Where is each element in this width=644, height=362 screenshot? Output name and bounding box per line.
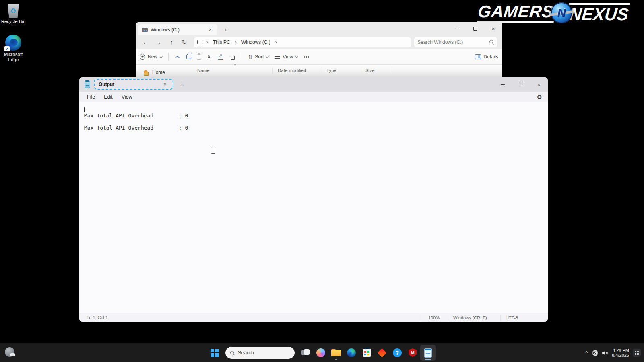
help-icon: ? — [393, 348, 402, 357]
maximize-button[interactable] — [466, 22, 484, 35]
new-tab-button[interactable]: + — [178, 80, 186, 88]
chevron-right-icon: › — [234, 39, 237, 45]
maximize-icon — [519, 83, 522, 86]
sort-ascending-icon: ^ — [234, 63, 236, 67]
breadcrumb[interactable]: › This PC › Windows (C:) › — [194, 37, 411, 47]
details-toggle-button[interactable]: Details — [475, 54, 498, 60]
column-divider[interactable] — [361, 67, 361, 74]
forward-button[interactable]: → — [153, 37, 164, 47]
menu-edit[interactable]: Edit — [99, 94, 117, 100]
notification-area-icon[interactable] — [633, 349, 641, 357]
running-indicator — [335, 359, 337, 360]
notepad-text-area[interactable]: Max Total API Overhead : 0 Max Total API… — [79, 102, 548, 313]
sort-icon: ⇅ — [248, 54, 252, 60]
toolbar-divider — [168, 53, 169, 61]
shortcut-arrow-icon: ↗ — [4, 46, 10, 51]
delete-button[interactable] — [230, 54, 235, 60]
hidden-icons-chevron[interactable]: ^ — [584, 350, 589, 356]
breadcrumb-windows-c[interactable]: Windows (C:) — [240, 39, 272, 45]
text-line: Max Total API Overhead : 0 — [84, 125, 548, 131]
desktop-icon-label: Microsoft Edge — [1, 52, 26, 62]
store-icon — [363, 349, 371, 357]
menu-file[interactable]: File — [83, 94, 99, 100]
close-button[interactable]: × — [484, 22, 502, 35]
running-indicator-active — [425, 359, 431, 360]
notepad-button[interactable] — [420, 345, 436, 361]
explorer-tab-title: Windows (C:) — [151, 27, 204, 33]
notepad-app-icon — [85, 81, 90, 88]
new-button[interactable]: + New — [140, 54, 162, 60]
minimize-icon — [501, 84, 505, 85]
explorer-search-input[interactable] — [417, 39, 489, 45]
desktop-icon-recycle-bin[interactable]: ♻ Recycle Bin — [1, 3, 26, 24]
column-divider[interactable] — [322, 67, 322, 74]
desktop-icon-microsoft-edge[interactable]: ↗ Microsoft Edge — [1, 35, 26, 62]
column-header-name[interactable]: Name — [197, 68, 210, 73]
copilot-icon — [316, 348, 325, 357]
chevron-down-icon — [295, 55, 298, 58]
view-icon — [275, 55, 280, 59]
amd-software-button[interactable] — [374, 345, 390, 361]
taskbar-search-box[interactable] — [225, 347, 295, 359]
taskbar: ? M ^ 4:26 PM 8/4/2025 — [0, 343, 644, 362]
task-view-icon — [301, 349, 310, 356]
text-line — [84, 107, 548, 113]
share-button[interactable] — [218, 54, 223, 60]
task-view-button[interactable] — [298, 345, 313, 361]
maximize-button[interactable] — [512, 77, 530, 92]
explorer-search-box[interactable] — [414, 37, 497, 47]
column-header-size[interactable]: Size — [365, 68, 374, 73]
microsoft-store-button[interactable] — [359, 345, 374, 361]
chevron-down-icon — [266, 55, 269, 58]
column-divider[interactable] — [272, 67, 273, 74]
breadcrumb-this-pc[interactable]: This PC — [211, 39, 232, 45]
new-tab-button[interactable]: + — [222, 26, 230, 34]
notepad-menu-bar: File Edit View ⚙ — [79, 92, 548, 102]
edge-icon: ↗ — [5, 35, 21, 51]
tab-close-button[interactable]: × — [206, 26, 214, 33]
notepad-tab-output[interactable]: Output × — [94, 79, 173, 90]
back-button[interactable]: ← — [140, 37, 151, 47]
menu-view[interactable]: View — [117, 94, 137, 100]
status-cursor-position: Ln 1, Col 1 — [87, 315, 108, 320]
minimize-button[interactable] — [493, 77, 512, 92]
column-divider[interactable] — [392, 67, 392, 74]
edge-button[interactable] — [344, 345, 359, 361]
search-icon — [489, 40, 494, 44]
widgets-weather-button[interactable] — [5, 347, 16, 358]
chevron-down-icon — [160, 55, 163, 58]
tray-date: 8/4/2025 — [612, 353, 629, 358]
more-options-button[interactable]: ••• — [304, 55, 310, 59]
ibeam-cursor — [211, 148, 215, 154]
settings-gear-icon[interactable]: ⚙ — [535, 93, 544, 101]
copy-button[interactable] — [186, 54, 190, 59]
column-header-date-modified[interactable]: Date modified — [278, 68, 306, 73]
new-label: New — [148, 54, 157, 60]
column-header-type[interactable]: Type — [326, 68, 336, 73]
taskbar-search-input[interactable] — [238, 350, 303, 356]
text-line: Max Total API Overhead : 0 — [84, 113, 548, 119]
sidebar-item-home[interactable]: Home — [143, 70, 165, 75]
up-button[interactable]: ↑ — [166, 37, 177, 47]
copilot-button[interactable] — [313, 345, 328, 361]
minimize-button[interactable] — [448, 22, 466, 35]
edge-icon — [347, 348, 356, 357]
refresh-button[interactable]: ↻ — [179, 37, 190, 47]
close-button[interactable]: × — [530, 77, 548, 92]
explorer-tab[interactable]: Windows (C:) × — [138, 24, 217, 35]
windows-logo-icon — [211, 349, 219, 357]
network-globe-icon[interactable] — [592, 350, 599, 356]
volume-icon[interactable] — [601, 350, 608, 356]
mcafee-button[interactable]: M — [405, 345, 420, 361]
rename-button[interactable]: A — [208, 55, 212, 59]
sort-button[interactable]: ⇅ Sort — [248, 54, 268, 60]
get-help-button[interactable]: ? — [390, 345, 405, 361]
start-button[interactable] — [207, 345, 222, 361]
tab-close-button[interactable]: × — [161, 81, 169, 88]
paste-button[interactable] — [197, 54, 201, 60]
view-button[interactable]: View — [275, 54, 297, 60]
clock[interactable]: 4:26 PM 8/4/2025 — [611, 348, 630, 358]
cut-button[interactable]: ✂ — [175, 53, 180, 60]
text-line — [84, 119, 548, 125]
file-explorer-button[interactable] — [328, 345, 344, 361]
